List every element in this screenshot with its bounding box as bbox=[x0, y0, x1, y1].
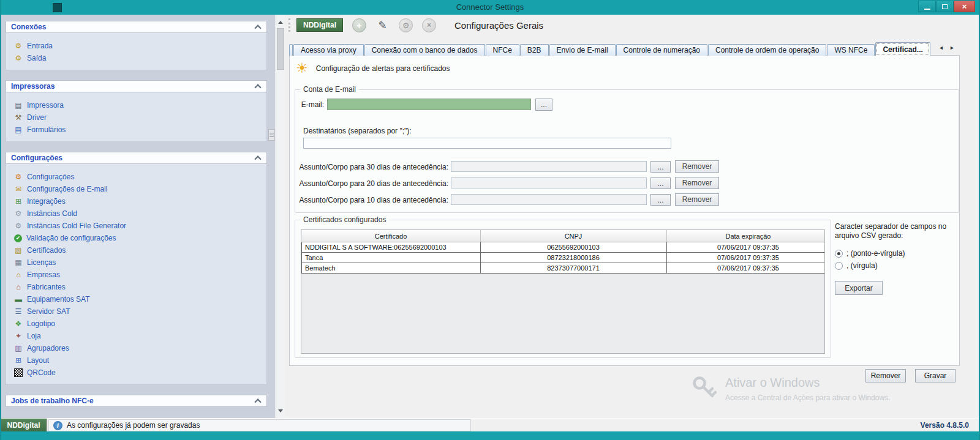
subject-30-remove-button[interactable]: Remover bbox=[675, 160, 719, 173]
sidebar-item-label: Licenças bbox=[27, 258, 56, 267]
scroll-up-button[interactable] bbox=[276, 17, 285, 27]
chevron-up-icon[interactable] bbox=[254, 155, 261, 162]
subject-30-input[interactable] bbox=[451, 161, 647, 172]
group-title: Configurações bbox=[11, 154, 62, 162]
radio-semicolon[interactable]: ; (ponto-e-vírgula) bbox=[835, 247, 960, 259]
sidebar-scrollbar[interactable] bbox=[276, 15, 285, 418]
subject-30-browse-button[interactable]: ... bbox=[650, 161, 671, 173]
sidebar-item-equipamentos-sat[interactable]: ▬ Equipamentos SAT bbox=[6, 293, 266, 305]
scroll-down-button[interactable] bbox=[276, 406, 285, 416]
tab-acesso-via-proxy[interactable]: Acesso via proxy bbox=[293, 44, 364, 56]
tab-scroll-right-button[interactable]: ► bbox=[948, 45, 956, 51]
csv-separator-label: Caracter separador de campos no arquivo … bbox=[835, 222, 960, 241]
chevron-up-icon[interactable] bbox=[254, 398, 261, 405]
close-button[interactable]: × bbox=[954, 1, 975, 12]
subject-10-input[interactable] bbox=[451, 194, 647, 205]
info-icon: i bbox=[53, 421, 62, 430]
license-icon: ▦ bbox=[14, 258, 23, 267]
splitter-grip[interactable] bbox=[268, 129, 275, 141]
sidebar-item-driver[interactable]: ⚒ Driver bbox=[6, 111, 266, 124]
sidebar-item-entrada[interactable]: ⚙ Entrada bbox=[6, 40, 266, 52]
table-row[interactable]: Tanca 08723218000186 07/06/2017 09:37:35 bbox=[302, 253, 826, 263]
sidebar-item-configuracoes[interactable]: ⚙ Configurações bbox=[6, 171, 266, 183]
tab-controle-numeracao[interactable]: Controle de numeração bbox=[616, 44, 707, 56]
sidebar-item-qrcode[interactable]: QRCode bbox=[6, 367, 266, 379]
save-button[interactable]: Gravar bbox=[915, 369, 956, 382]
tab-b2b[interactable]: B2B bbox=[520, 44, 549, 56]
sidebar-item-fabricantes[interactable]: ⌂ Fabricantes bbox=[6, 281, 266, 293]
subject-20-remove-button[interactable]: Remover bbox=[675, 177, 719, 189]
subject-20-input[interactable] bbox=[451, 177, 647, 188]
email-browse-button[interactable]: ... bbox=[535, 99, 552, 111]
close-icon: × bbox=[427, 21, 431, 29]
certificates-table[interactable]: Certificado CNPJ Data expiração NDDIGITA… bbox=[301, 229, 825, 354]
statusbar: NDDigital i As configurações já podem se… bbox=[1, 418, 979, 432]
tab-envio-email[interactable]: Envio de E-mail bbox=[549, 44, 616, 56]
sidebar-item-certificados[interactable]: ▧ Certificados bbox=[6, 244, 266, 256]
sidebar-item-servidor-sat[interactable]: ☰ Servidor SAT bbox=[6, 305, 266, 318]
tab-controle-ordem-operacao[interactable]: Controle de ordem de operação bbox=[708, 44, 826, 56]
edit-button[interactable]: ✎ bbox=[375, 18, 390, 32]
group-body: ▤ Impressora ⚒ Driver ▤ Formulários bbox=[6, 92, 267, 142]
tools-icon: ⚒ bbox=[14, 113, 23, 122]
recipients-input[interactable] bbox=[303, 138, 671, 149]
subject-10-remove-button[interactable]: Remover bbox=[675, 193, 719, 206]
tab-partial[interactable] bbox=[289, 44, 293, 56]
sidebar: Conexões ⚙ Entrada ⚙ Saída Impressoras bbox=[6, 15, 267, 416]
tab-nfce[interactable]: NFCe bbox=[486, 44, 519, 56]
table-cell: 07/06/2017 09:37:35 bbox=[666, 253, 825, 263]
tab-scroll-left-button[interactable]: ◄ bbox=[937, 45, 945, 51]
email-input[interactable] bbox=[327, 99, 531, 110]
settings-button[interactable]: ⚙ bbox=[399, 18, 413, 32]
radio-label: , (vírgula) bbox=[846, 261, 878, 270]
radio-label: ; (ponto-e-vírgula) bbox=[846, 249, 905, 258]
sidebar-item-label: QRCode bbox=[27, 368, 56, 377]
scrollbar-thumb[interactable] bbox=[277, 28, 284, 70]
sidebar-item-integracoes[interactable]: ⊞ Integrações bbox=[6, 195, 266, 207]
sidebar-item-instancias-cold[interactable]: ⚙ Instâncias Cold bbox=[6, 207, 266, 220]
table-row[interactable]: Bematech 82373077000171 07/06/2017 09:37… bbox=[302, 263, 826, 274]
sidebar-item-licencas[interactable]: ▦ Licenças bbox=[6, 256, 266, 269]
status-message-panel: i As configurações já podem ser gravadas bbox=[48, 419, 471, 431]
sidebar-item-formularios[interactable]: ▤ Formulários bbox=[6, 124, 266, 136]
cancel-button[interactable]: × bbox=[422, 18, 436, 32]
chevron-up-icon[interactable] bbox=[254, 24, 261, 31]
sidebar-item-saida[interactable]: ⚙ Saída bbox=[6, 52, 266, 64]
minimize-button[interactable] bbox=[918, 1, 936, 12]
titlebar[interactable]: Connector Settings × bbox=[1, 0, 979, 15]
group-header-jobs-nfce[interactable]: Jobs de trabalho NFC-e bbox=[6, 395, 267, 407]
sidebar-item-logotipo[interactable]: ❖ Logotipo bbox=[6, 318, 266, 330]
sidebar-item-agrupadores[interactable]: ▥ Agrupadores bbox=[6, 342, 266, 354]
tab-conexao-banco-dados[interactable]: Conexão com o banco de dados bbox=[364, 44, 485, 56]
group-header-impressoras[interactable]: Impressoras bbox=[6, 80, 267, 92]
sidebar-item-instancias-cold-file-generator[interactable]: ⚙ Instâncias Cold File Generator bbox=[6, 220, 266, 232]
sidebar-item-configuracoes-email[interactable]: ✉ Configurações de E-mail bbox=[6, 183, 266, 195]
maximize-button[interactable] bbox=[936, 1, 954, 12]
chevron-up-icon[interactable] bbox=[254, 84, 261, 91]
sidebar-item-empresas[interactable]: ⌂ Empresas bbox=[6, 269, 266, 281]
table-cell: Tanca bbox=[302, 253, 481, 263]
subject-20-browse-button[interactable]: ... bbox=[650, 177, 671, 189]
toolbar-grip-icon[interactable] bbox=[288, 18, 290, 32]
group-header-conexoes[interactable]: Conexões bbox=[6, 21, 267, 33]
page-header: ☀ Configuração de alertas para certifica… bbox=[296, 61, 450, 76]
add-button[interactable]: + bbox=[352, 18, 366, 32]
group-header-configuracoes[interactable]: Configurações bbox=[6, 152, 267, 164]
sidebar-item-loja[interactable]: ✦ Loja bbox=[6, 330, 266, 342]
column-header-certificado[interactable]: Certificado bbox=[302, 230, 481, 242]
table-cell: 08723218000186 bbox=[480, 253, 666, 263]
sidebar-item-layout[interactable]: ⊞ Layout bbox=[6, 354, 266, 367]
table-row[interactable]: NDDIGITAL S A SOFTWARE:06255692000103 06… bbox=[302, 242, 826, 253]
tab-certificados[interactable]: Certificad... bbox=[875, 42, 930, 56]
tab-ws-nfce[interactable]: WS NFCe bbox=[827, 44, 875, 56]
subject-10-browse-button[interactable]: ... bbox=[650, 194, 671, 206]
export-button[interactable]: Exportar bbox=[835, 281, 883, 295]
server-icon: ☰ bbox=[14, 307, 23, 316]
column-header-data-expiracao[interactable]: Data expiração bbox=[666, 230, 825, 242]
statusbar-brand: NDDigital bbox=[1, 419, 47, 432]
sidebar-item-impressora[interactable]: ▤ Impressora bbox=[6, 99, 266, 111]
sidebar-item-validacao[interactable]: ✔ Validação de configurações bbox=[6, 232, 266, 244]
sun-certificate-icon: ☀ bbox=[296, 61, 308, 76]
radio-comma[interactable]: , (vírgula) bbox=[835, 259, 960, 272]
column-header-cnpj[interactable]: CNPJ bbox=[480, 230, 666, 242]
